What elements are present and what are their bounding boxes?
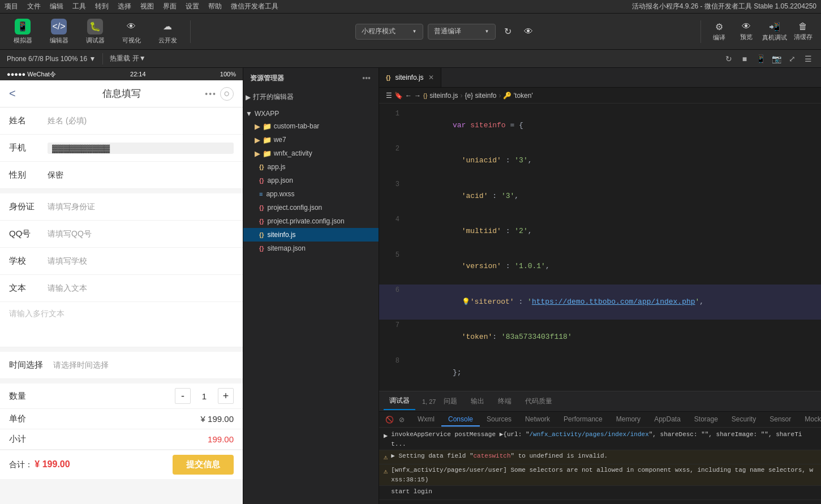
devtools-panel: 调试器 1, 27 问题 输出 终端 代码质量 🚫 ⊘ Wxml Console…	[379, 391, 821, 504]
file-item-appwxss[interactable]: ≡ app.wxss	[243, 187, 379, 201]
menu-item-edit[interactable]: 编辑	[50, 2, 63, 11]
devtab-mock[interactable]: Mock	[798, 413, 821, 427]
breadcrumb-forward-icon[interactable]: →	[414, 92, 421, 100]
breadcrumb-icon: ☰	[386, 92, 392, 100]
file-item-projectconfig[interactable]: {} project.config.json	[243, 201, 379, 214]
breadcrumb-back-icon[interactable]: ←	[405, 92, 412, 100]
visualize-button[interactable]: 👁 可视化	[115, 17, 147, 46]
devtools-tab-issues[interactable]: 问题	[438, 393, 463, 410]
clear-button[interactable]: 🗑 清缓存	[792, 21, 814, 41]
breadcrumb-token: 🔑 'token'	[503, 92, 532, 100]
qty-plus-button[interactable]: +	[218, 388, 234, 404]
file-panel-more-icon[interactable]: •••	[361, 72, 372, 84]
phone-more-actions: ••• ○	[205, 87, 234, 101]
submit-button[interactable]: 提交信息	[173, 455, 234, 475]
json-icon-projconfig: {}	[259, 204, 264, 211]
hot-reload-toggle[interactable]: 热重载 开▼	[110, 54, 145, 63]
devtab-network[interactable]: Network	[518, 413, 557, 427]
debugger-button[interactable]: 🐛 调试器	[79, 17, 111, 46]
json-icon-appjson: {}	[259, 177, 264, 184]
file-item-projectprivate[interactable]: {} project.private.config.json	[243, 214, 379, 228]
sim-refresh-icon[interactable]: ↻	[723, 53, 735, 65]
total-info: 合计： ¥ 199.00	[9, 459, 70, 470]
devtools-tab-terminal[interactable]: 终端	[492, 393, 517, 410]
form-row-qty: 数量 - 1 +	[0, 384, 243, 409]
sim-arrow-icon[interactable]: ⤢	[786, 53, 798, 65]
qty-minus-button[interactable]: -	[175, 388, 191, 404]
menu-item-view[interactable]: 视图	[140, 2, 154, 11]
breadcrumb-siteinfo: {e} siteinfo	[465, 92, 496, 100]
form-row-phone: 手机 ▓▓▓▓▓▓▓▓▓▓	[0, 135, 243, 162]
devtab-storage[interactable]: Storage	[687, 413, 725, 427]
devtab-performance[interactable]: Performance	[557, 413, 609, 427]
menu-item-select[interactable]: 选择	[118, 2, 131, 11]
tab-siteinfo[interactable]: {} siteinfo.js ✕	[379, 68, 441, 87]
sim-layout-icon[interactable]: ☰	[802, 53, 814, 65]
devtab-wxml[interactable]: Wxml	[411, 413, 441, 427]
folder-we7[interactable]: ▶ 📁 we7	[243, 133, 379, 147]
devtab-appdata[interactable]: AppData	[647, 413, 687, 427]
wxapp-root-header[interactable]: ▼ WXAPP	[243, 108, 379, 119]
back-button[interactable]: <	[9, 87, 16, 100]
devtab-console[interactable]: Console	[441, 413, 480, 427]
folder-custom-tab-bar[interactable]: ▶ 📁 custom-tab-bar	[243, 119, 379, 133]
cloud-button[interactable]: ☁ 云开发	[152, 17, 183, 46]
code-editor[interactable]: 1 var siteinfo = { 2 'uniacid' : '3', 3 …	[379, 104, 821, 391]
cloud-icon: ☁	[160, 19, 175, 35]
preview-button[interactable]: 👁 预览	[735, 21, 758, 41]
eye-button[interactable]: 👁	[521, 24, 536, 40]
breadcrumb-file-icon: {}	[423, 92, 427, 99]
devtab-sources[interactable]: Sources	[480, 413, 518, 427]
mode-dropdown[interactable]: 小程序模式 ▼	[355, 24, 423, 40]
tab-close-icon[interactable]: ✕	[428, 74, 434, 81]
real-test-button[interactable]: 📲 真机调试	[762, 21, 787, 42]
compile-dropdown[interactable]: 普通编译 ▼	[428, 24, 496, 40]
menu-item-help[interactable]: 帮助	[208, 2, 222, 11]
menu-item-tools[interactable]: 工具	[72, 2, 86, 11]
devtools-tab-quality[interactable]: 代码质量	[519, 393, 558, 410]
menu-item-settings[interactable]: 设置	[186, 2, 199, 11]
menu-item-project[interactable]: 项目	[5, 2, 18, 11]
editor-button[interactable]: </> 编辑器	[43, 17, 75, 46]
menu-item-wechat[interactable]: 微信开发者工具	[231, 2, 278, 11]
js-icon-appjs: {}	[259, 163, 264, 170]
folder-icon-we7: ▶ 📁	[255, 136, 272, 144]
phone-value-masked: ▓▓▓▓▓▓▓▓▓▓	[48, 143, 234, 154]
sim-stop-icon[interactable]: ■	[738, 53, 751, 65]
devtools-tab-output[interactable]: 输出	[465, 393, 490, 410]
console-output: ▶ invokeAppService postMessage ▶{url: "/…	[379, 428, 821, 504]
devtab-memory[interactable]: Memory	[609, 413, 647, 427]
menu-item-goto[interactable]: 转到	[95, 2, 109, 11]
open-editors-header[interactable]: ▶ 打开的编辑器	[243, 91, 379, 104]
devtab-sensor[interactable]: Sensor	[763, 413, 798, 427]
code-line-8: 8 };	[379, 355, 821, 390]
more-dots-icon[interactable]: •••	[205, 89, 217, 98]
menu-item-file[interactable]: 文件	[27, 2, 41, 11]
file-item-appjs[interactable]: {} app.js	[243, 160, 379, 174]
menu-item-interface[interactable]: 界面	[163, 2, 177, 11]
devtools-clear-icon[interactable]: 🚫	[384, 414, 395, 425]
form-row-gender: 性别 保密	[0, 162, 243, 189]
devtools-filter-icon[interactable]: ⊘	[396, 414, 407, 425]
file-item-appjson[interactable]: {} app.json	[243, 174, 379, 187]
form-row-time: 时间选择 请选择时间选择	[0, 352, 243, 379]
compile-button[interactable]: ⚙ 编译	[708, 21, 730, 42]
devtools-tab-debugger[interactable]: 调试器	[384, 393, 415, 410]
record-icon[interactable]: ○	[220, 87, 234, 101]
wxapp-arrow-icon: ▼	[246, 110, 252, 118]
console-log-icon-2	[384, 488, 388, 498]
folder-wnfx[interactable]: ▶ 📁 wnfx_activity	[243, 147, 379, 160]
json-icon-projprivate: {}	[259, 218, 264, 225]
breadcrumb: ☰ 🔖 ← → {} siteinfo.js › {e} siteinfo › …	[379, 88, 821, 104]
file-item-sitemap[interactable]: {} sitemap.json	[243, 242, 379, 255]
simulator-button[interactable]: 📱 模拟器	[7, 17, 38, 46]
code-line-1: 1 var siteinfo = {	[379, 108, 821, 143]
file-explorer-panel: 资源管理器 ••• ▶ 打开的编辑器 ▼ WXAPP ▶ 📁 custom-ta…	[243, 68, 379, 504]
file-panel-icons: •••	[361, 72, 372, 84]
file-item-siteinfo[interactable]: {} siteinfo.js	[243, 228, 379, 242]
devtab-security[interactable]: Security	[725, 413, 763, 427]
sim-phone-icon[interactable]: 📱	[754, 53, 767, 65]
tab-js-icon: {}	[386, 74, 391, 81]
refresh-button[interactable]: ↻	[500, 24, 516, 40]
sim-camera-icon[interactable]: 📷	[770, 53, 783, 65]
